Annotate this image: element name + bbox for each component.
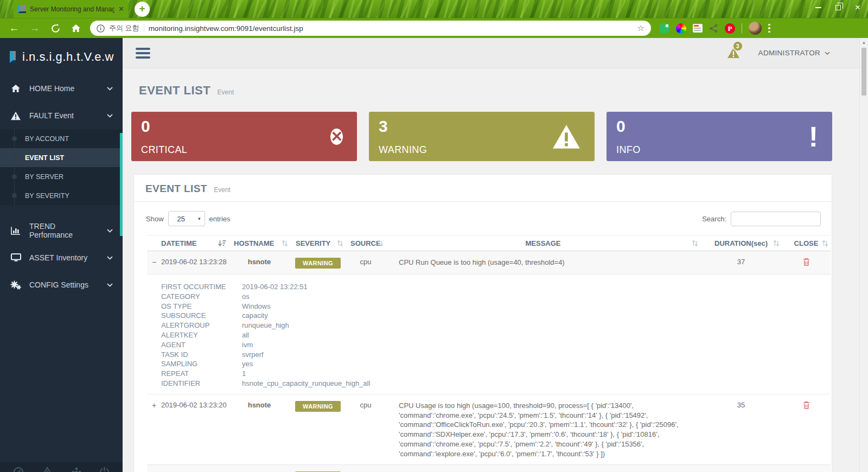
sidebar-item-by-account[interactable]: BY ACCOUNT — [0, 129, 123, 148]
app-logo-icon — [10, 51, 16, 63]
warning-card[interactable]: 3 WARNING — [369, 112, 595, 161]
security-label[interactable]: 주의 요함 — [109, 23, 139, 33]
monitor-icon — [10, 253, 22, 262]
collapse-toggle[interactable]: − — [147, 257, 161, 266]
bookmark-star-icon[interactable]: ☆ — [637, 23, 644, 33]
sidebar-item-trend[interactable]: TREND Performance — [0, 217, 123, 244]
cell-hostname: hsnote — [228, 470, 290, 472]
delete-event-button[interactable] — [782, 257, 831, 266]
table-row[interactable]: + 2019-06-02 13:23:20 hsnote WARNING net… — [147, 465, 831, 472]
table-header: DATETIME HOSTNAME SEVERITY — [147, 235, 831, 251]
new-tab-button[interactable]: + — [135, 2, 150, 17]
evernote-extension-icon[interactable] — [660, 23, 669, 33]
colorwheel-extension-icon[interactable] — [676, 23, 686, 34]
info-card[interactable]: 0 INFO ! — [607, 112, 832, 161]
delete-event-button[interactable] — [782, 470, 831, 472]
sort-icon[interactable] — [282, 240, 288, 247]
sort-icon[interactable] — [822, 240, 828, 247]
column-source[interactable]: SOURCE — [346, 235, 386, 251]
sidebar-item-event-list[interactable]: EVENT LIST — [0, 148, 123, 167]
chevron-down-icon — [107, 283, 113, 287]
panel-title: EVENT LIST — [145, 183, 207, 194]
forward-button[interactable]: → — [26, 21, 43, 36]
critical-card[interactable]: 0 CRITICAL ✕ — [131, 112, 357, 161]
site-info-icon[interactable] — [97, 24, 105, 33]
main-area: 3 ADMINISTRATOR EVENT LIST Event 0 CRITI… — [123, 38, 868, 472]
url-bar[interactable]: 주의 요함 monitoring.insightvew.com:9091/eve… — [90, 21, 651, 36]
window-restore-button[interactable] — [835, 5, 841, 10]
column-close[interactable]: CLOSE — [782, 235, 831, 251]
sidebar: i.n.s.i.g.h.t.V.e.w HOME Home FAULT Even… — [0, 38, 123, 472]
window-close-button[interactable]: × — [855, 4, 860, 11]
app-logo[interactable]: i.n.s.i.g.h.t.V.e.w — [0, 38, 123, 75]
search-label: Search: — [702, 215, 726, 223]
delete-event-button[interactable] — [782, 400, 831, 409]
share-extension-icon[interactable] — [709, 24, 718, 33]
column-duration[interactable]: DURATION(sec) — [700, 235, 782, 251]
show-label: Show — [146, 215, 164, 223]
chevron-down-icon — [107, 114, 113, 118]
sort-icon[interactable] — [773, 240, 780, 247]
tab-close-icon[interactable]: ✕ — [118, 5, 124, 13]
bar-chart-icon — [10, 226, 22, 235]
sidebar-item-config[interactable]: CONFIG Settings — [0, 271, 123, 298]
page-subtitle: Event — [218, 88, 234, 96]
gauge-icon[interactable] — [13, 467, 24, 472]
reload-button[interactable] — [47, 21, 64, 36]
user-menu[interactable]: ADMINISTRATOR — [758, 49, 830, 57]
critical-count: 0 — [141, 118, 347, 135]
site-favicon-icon — [18, 5, 26, 13]
page-size-select[interactable]: 25 ▾ — [168, 211, 205, 226]
scrollbar-thumb[interactable] — [861, 48, 866, 95]
table-row[interactable]: + 2019-06-02 13:23:20 hsnote WARNING cpu… — [147, 394, 831, 465]
expand-toggle[interactable]: + — [147, 470, 161, 472]
tab-title: Server Monitoring and Manage — [30, 5, 114, 13]
critical-circle-x-icon: ✕ — [330, 129, 343, 145]
info-label: INFO — [616, 144, 641, 156]
search-input[interactable] — [731, 212, 821, 226]
column-message[interactable]: MESSAGE — [386, 235, 700, 251]
blocks-chart-icon[interactable] — [71, 467, 82, 472]
cell-datetime: 2019-06-02 13:23:20 — [161, 470, 228, 472]
notification-badge: 3 — [732, 41, 743, 52]
sort-active-icon[interactable] — [218, 240, 226, 247]
table-row[interactable]: − 2019-06-02 13:23:28 hsnote WARNING cpu… — [147, 251, 831, 275]
page-title: EVENT LIST — [139, 84, 210, 97]
window-minimize-button[interactable] — [815, 7, 821, 8]
trash-icon — [803, 258, 810, 266]
sidebar-item-home[interactable]: HOME Home — [0, 75, 123, 102]
scrollbar-up-arrow[interactable]: ▲ — [860, 38, 868, 47]
browser-toolbar: ← → 주의 요함 monitoring.insightvew.com:9091… — [0, 18, 868, 38]
severity-badge: WARNING — [295, 401, 341, 412]
sidebar-item-by-severity[interactable]: BY SEVERITY — [0, 186, 123, 205]
browser-menu-icon[interactable] — [768, 24, 770, 33]
sidebar-item-fault[interactable]: FAULT Event — [0, 102, 123, 129]
sidebar-item-asset[interactable]: ASSET Inventory — [0, 244, 123, 271]
sidebar-item-by-server[interactable]: BY SERVER — [0, 167, 123, 186]
alert-triangle-icon[interactable] — [41, 467, 53, 472]
home-button[interactable] — [67, 21, 85, 36]
sort-icon[interactable] — [337, 240, 343, 247]
browser-profile-avatar[interactable] — [749, 22, 762, 35]
browser-tab[interactable]: Server Monitoring and Manage ✕ — [14, 0, 129, 18]
sort-icon[interactable] — [377, 240, 384, 247]
power-icon[interactable] — [99, 467, 110, 472]
column-severity[interactable]: SEVERITY — [290, 235, 346, 251]
sort-icon[interactable] — [692, 240, 698, 247]
cell-message: CPU Usage is too high (usage=100, thresh… — [386, 400, 700, 459]
cell-message: Network Traffic is too high (usage=40, t… — [386, 470, 700, 472]
chevron-down-icon — [107, 87, 113, 91]
expand-toggle[interactable]: + — [147, 400, 161, 410]
column-datetime[interactable]: DATETIME — [161, 235, 228, 251]
back-button[interactable]: ← — [5, 21, 23, 36]
panel-subtitle: Event — [214, 186, 231, 194]
hamburger-menu-icon[interactable] — [136, 48, 150, 59]
notification-warning-icon[interactable]: 3 — [727, 47, 740, 59]
cell-hostname: hsnote — [228, 257, 290, 266]
page-scrollbar[interactable]: ▲ — [859, 38, 868, 472]
url-text[interactable]: monitoring.insightvew.com:9091/eventcurl… — [149, 24, 633, 33]
pinterest-extension-icon[interactable]: P — [725, 23, 735, 34]
notes-extension-icon[interactable] — [693, 24, 703, 33]
column-hostname[interactable]: HOSTNAME — [228, 235, 290, 251]
warning-label: WARNING — [379, 144, 427, 156]
